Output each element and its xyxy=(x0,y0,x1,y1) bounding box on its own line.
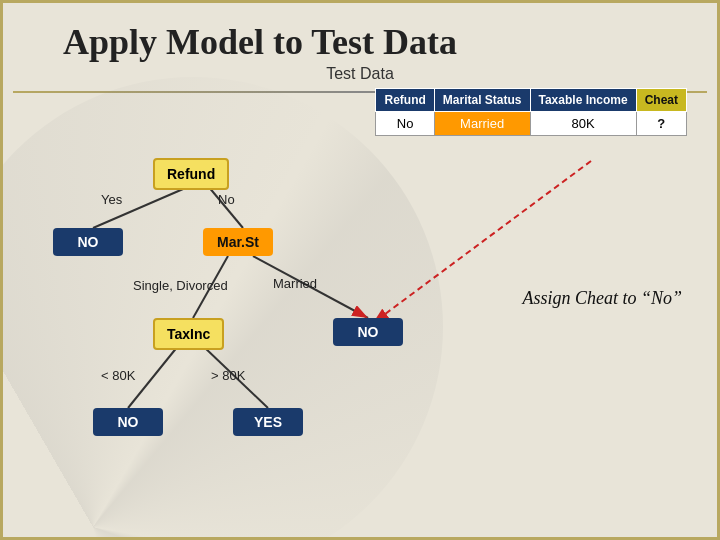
node-marst: Mar.St xyxy=(203,228,273,256)
main-title: Apply Model to Test Data xyxy=(3,3,717,63)
edge-label-gt80k: > 80K xyxy=(211,368,245,383)
node-yes: YES xyxy=(233,408,303,436)
node-no-leaf-2: NO xyxy=(93,408,163,436)
edge-label-lt80k: < 80K xyxy=(101,368,135,383)
edge-label-single-divorced: Single, Divorced xyxy=(133,278,228,293)
cell-marital: Married xyxy=(434,112,530,136)
edge-label-yes: Yes xyxy=(101,192,122,207)
cell-taxable: 80K xyxy=(530,112,636,136)
table-row: No Married 80K ? xyxy=(376,112,687,136)
col-header-refund: Refund xyxy=(376,89,434,112)
col-header-taxable: Taxable Income xyxy=(530,89,636,112)
node-taxinc: TaxInc xyxy=(153,318,224,350)
edge-label-married: Married xyxy=(273,276,317,291)
tree-area: Yes No Single, Divorced Married < 80K > … xyxy=(33,158,533,478)
edge-label-no: No xyxy=(218,192,235,207)
svg-line-7 xyxy=(128,346,178,408)
node-refund: Refund xyxy=(153,158,229,190)
assign-cheat-text: Assign Cheat to “No” xyxy=(522,288,682,309)
col-header-marital: Marital Status xyxy=(434,89,530,112)
col-header-cheat: Cheat xyxy=(636,89,686,112)
cell-refund: No xyxy=(376,112,434,136)
cell-cheat: ? xyxy=(636,112,686,136)
node-no-married: NO xyxy=(333,318,403,346)
node-no-leaf-1: NO xyxy=(53,228,123,256)
data-table: Refund Marital Status Taxable Income Che… xyxy=(375,88,687,136)
sub-title: Test Data xyxy=(3,65,717,83)
slide: Apply Model to Test Data Test Data Refun… xyxy=(0,0,720,540)
